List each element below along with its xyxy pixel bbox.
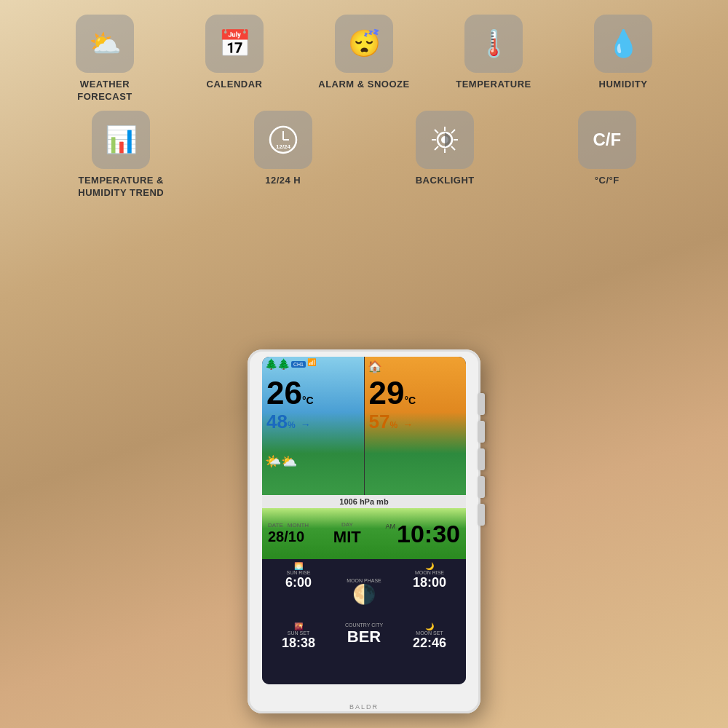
sunrise-label: SUN RISE [286,570,310,575]
feature-alarm: 😴 ALARM & SNOOZE [317,15,411,103]
indoor-humidity-unit: % [288,420,296,430]
calendar-icon: 📅 [205,15,264,73]
screen-content: 🌲🌲 CH1 📶 26°C 48% → 🌤️⛅ [262,357,466,684]
moon-phase-cell: MOON PHASE 🌗 [332,562,396,621]
city-label: COUNTRY CITY [345,622,383,628]
backlight-label: BACKLIGHT [416,175,475,187]
tree-icon: 🌲🌲 [265,358,290,370]
sunset-value: 18:38 [282,636,315,651]
wifi-icon: 📶 [307,358,316,370]
feature-weather-forecast: ⛅ WEATHER FORECAST [58,15,152,103]
indoor-panel: 🌲🌲 CH1 📶 26°C 48% → 🌤️⛅ [262,357,365,495]
channel-badge: CH1 [291,361,306,368]
time-value: 10:30 [397,520,460,548]
svg-line-12 [451,130,455,133]
pressure-display: 1006 hPa mb [262,495,466,508]
moonrise-label: MOON RISE [415,570,444,575]
button-5[interactable] [478,504,485,526]
moonrise-cell: 🌙 MOON RISE 18:00 [397,562,462,621]
outdoor-humidity-arrow: → [403,419,413,430]
button-2[interactable] [478,421,485,443]
home-icon: 🏠 [368,360,382,373]
alarm-icon: 😴 [335,15,393,73]
feature-12-24h: 12/24 12/24 H [236,111,331,199]
brand-label: BALDR [349,703,379,711]
city-value: BER [347,628,381,646]
pressure-value: 1006 hPa mb [339,497,388,506]
humidity-icon: 💧 [594,15,652,73]
moonset-label: MOON SET [416,630,443,636]
clock-icon: 12/24 [254,111,312,169]
sunset-label: SUN SET [288,630,309,636]
moonrise-value: 18:00 [413,575,446,590]
outdoor-temp-value: 29°C [369,377,462,409]
cf-label: °C/°F [595,175,620,187]
trees-icon-bottom: 🌤️⛅ [265,454,297,470]
features-row-2: 📊 TEMPERATURE & HUMIDITY TREND 12/24 12/… [44,111,684,199]
indoor-icons: 🌲🌲 CH1 📶 [265,358,316,370]
time-section: AM 10:30 [386,520,460,548]
feature-trend: 📊 TEMPERATURE & HUMIDITY TREND [74,111,168,199]
trend-icon: 📊 [92,111,150,169]
backlight-icon [416,111,474,169]
datetime-row: DATE MONTH 28/10 DAY MIT AM 10:30 [262,508,466,559]
button-4[interactable] [478,476,485,498]
weather-forecast-icon: ⛅ [76,15,134,73]
svg-line-10 [435,130,438,133]
day-value: MIT [333,528,361,547]
weather-station-device: 🌲🌲 CH1 📶 26°C 48% → 🌤️⛅ [248,349,480,713]
day-label: DAY [341,521,353,528]
device-screen: 🌲🌲 CH1 📶 26°C 48% → 🌤️⛅ [262,357,466,684]
side-buttons [478,393,485,526]
date-labels: DATE MONTH [268,522,309,529]
temperature-icon: 🌡️ [464,15,523,73]
indoor-temp-unit: °C [302,395,314,406]
moon-phase-label: MOON PHASE [347,578,381,583]
feature-humidity: 💧 HUMIDITY [576,15,670,103]
feature-cf: C/F °C/°F [560,111,654,199]
date-value: 28/10 [268,529,309,545]
city-cell: COUNTRY CITY BER [332,622,396,681]
weather-forecast-label: WEATHER FORECAST [58,79,152,103]
temperature-label: TEMPERATURE [456,79,531,91]
day-section: DAY MIT [333,521,361,547]
alarm-label: ALARM & SNOOZE [318,79,409,91]
outdoor-humidity-unit: % [389,420,397,430]
month-label: MONTH [288,522,309,529]
sunset-cell: 🌇 SUN SET 18:38 [266,622,331,681]
sun-moon-section: 🌅 SUN RISE 6:00 MOON PHASE 🌗 🌙 MOON RISE… [262,559,466,684]
indoor-humidity-arrow: → [301,419,311,430]
sunrise-value: 6:00 [285,575,312,590]
indoor-temp-value: 26°C [266,377,360,409]
indoor-humidity-value: 48% → [266,411,360,433]
outdoor-panel: 🏠 29°C 57% → [365,357,467,495]
feature-temperature: 🌡️ TEMPERATURE [446,15,541,103]
cf-icon: C/F [578,111,636,169]
trend-label: TEMPERATURE & HUMIDITY TREND [74,175,168,199]
feature-backlight: BACKLIGHT [397,111,492,199]
svg-text:12/24: 12/24 [276,143,291,150]
feature-calendar: 📅 CALENDAR [187,15,282,103]
button-1[interactable] [478,393,485,415]
date-section: DATE MONTH 28/10 [268,522,309,545]
date-label: DATE [268,522,283,529]
outdoor-humidity-value: 57% → [369,411,462,433]
features-row-1: ⛅ WEATHER FORECAST 📅 CALENDAR 😴 ALARM & … [44,15,684,103]
calendar-label: CALENDAR [207,79,263,91]
outdoor-temp-unit: °C [404,395,416,406]
button-3[interactable] [478,448,485,470]
temp-display-row: 🌲🌲 CH1 📶 26°C 48% → 🌤️⛅ [262,357,466,495]
svg-line-13 [435,146,438,150]
moonset-value: 22:46 [413,636,446,651]
humidity-label: HUMIDITY [599,79,648,91]
features-section: ⛅ WEATHER FORECAST 📅 CALENDAR 😴 ALARM & … [44,15,684,199]
svg-line-11 [451,146,455,150]
moon-phase-icon: 🌗 [352,583,376,606]
am-label: AM [386,523,396,530]
moonset-cell: 🌙 MOON SET 22:46 [397,622,462,681]
sunrise-cell: 🌅 SUN RISE 6:00 [266,562,331,621]
12-24h-label: 12/24 H [265,175,301,187]
device-wrapper: 🌲🌲 CH1 📶 26°C 48% → 🌤️⛅ [248,349,480,713]
